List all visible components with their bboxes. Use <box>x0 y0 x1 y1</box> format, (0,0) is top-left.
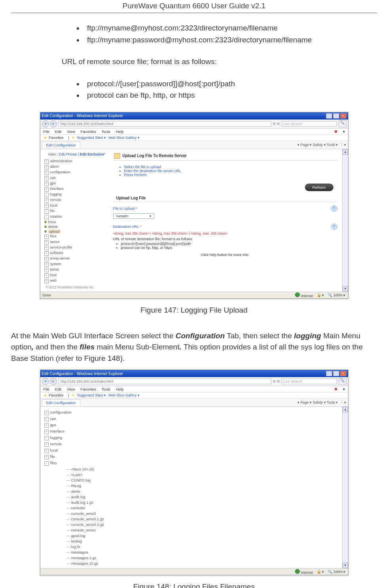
stop-icon[interactable]: ✕ <box>277 122 280 126</box>
menu-file-2[interactable]: File <box>44 387 49 391</box>
tree-node-cpe[interactable]: +cpe <box>44 415 123 422</box>
forward-button[interactable]: ► <box>50 120 57 127</box>
tree-node-sector[interactable]: +sector <box>44 239 111 245</box>
file-item[interactable]: — <Next 10> (9) <box>66 466 123 472</box>
file-item[interactable]: — alerts <box>66 488 123 494</box>
forward-button-2[interactable]: ► <box>50 378 57 385</box>
edit-private-link[interactable]: Edit Private | <box>59 152 79 156</box>
tree-node-delete[interactable]: delete <box>44 224 111 229</box>
tree-node-interface[interactable]: +interface <box>44 186 111 192</box>
menu-tools[interactable]: Tools <box>102 129 110 134</box>
file-item[interactable]: — consoler <box>66 505 123 510</box>
tree-node-file[interactable]: +file <box>44 453 123 460</box>
menu-favorites[interactable]: Favorites <box>81 129 96 134</box>
zoom-level[interactable]: 🔍 100% ▾ <box>328 293 345 297</box>
tree-node-service-profile[interactable]: +service-profile <box>44 245 111 250</box>
tree-node-gps[interactable]: +gps <box>44 422 123 428</box>
perform-button[interactable]: Perform <box>305 184 333 191</box>
tree-node-files[interactable]: +files <box>44 234 111 239</box>
tree-node-configuration[interactable]: +configuration <box>44 409 123 415</box>
file-item[interactable]: — console_wmx1 <box>66 527 123 533</box>
suggested-sites-link-2[interactable]: Suggested Sites ▾ <box>77 393 106 397</box>
file-item[interactable]: — console_wmx0 <box>66 510 123 516</box>
tree-node-snmp-server[interactable]: +snmp-server <box>44 256 111 262</box>
zoom-level-2[interactable]: 🔍 100% ▾ <box>328 570 345 574</box>
suggested-sites-link[interactable]: Suggested Sites ▾ <box>77 136 106 140</box>
tree-node-file[interactable]: -file <box>44 209 111 214</box>
address-bar-2[interactable]: http://192.168.200.104/index.html <box>59 379 271 384</box>
tree-node-force[interactable]: force <box>44 220 111 224</box>
tree-node-system[interactable]: +system <box>44 262 111 267</box>
file-item[interactable]: — <Last> <box>66 472 123 477</box>
page-toolbar-2[interactable]: ▾ Page ▾ Safety ▾ Tools ▾ ❔ ▾ <box>297 400 346 404</box>
tree-node-telnet[interactable]: +telnet <box>44 267 111 273</box>
file-item[interactable]: — console_wmx0.1.gz <box>66 516 123 522</box>
web-slice-link[interactable]: Web Slice Gallery ▾ <box>108 136 140 140</box>
menu-help-2[interactable]: Help <box>116 387 124 391</box>
tree-node-web[interactable]: +web <box>44 278 111 284</box>
file-item[interactable]: — gpsd.log <box>66 533 123 538</box>
file-item[interactable]: — lastlog <box>66 538 123 544</box>
tree-node-remote[interactable]: +remote <box>44 441 123 447</box>
file-item[interactable]: — CONFD.log <box>66 477 123 483</box>
close-button[interactable]: × <box>340 113 346 119</box>
tree-node-alarm[interactable]: +alarm <box>44 164 111 170</box>
tree-node-files[interactable]: -files <box>44 460 123 466</box>
minimize-button-2[interactable]: _ <box>326 371 332 376</box>
stop-icon-2[interactable]: ✕ <box>277 379 280 383</box>
file-item[interactable]: — audit.log <box>66 494 123 499</box>
refresh-icon[interactable]: ↻ <box>273 122 276 126</box>
star-icon[interactable]: ★ <box>44 136 47 140</box>
star-icon-2[interactable]: ★ <box>44 393 47 397</box>
web-slice-link-2[interactable]: Web Slice Gallery ▾ <box>108 393 140 397</box>
tree-node-logging[interactable]: -logging <box>44 434 123 441</box>
file-item[interactable]: — messages <box>66 549 123 555</box>
search-go-button-2[interactable]: 🔍 <box>339 378 346 385</box>
tree-node-time[interactable]: +time <box>44 273 111 278</box>
tree-node-local[interactable]: +local <box>44 447 123 453</box>
tree-node-software[interactable]: +software <box>44 250 111 256</box>
vertical-scrollbar-2[interactable]: ▴ ▾ <box>342 407 348 568</box>
edit-exclusive-link[interactable]: Edit Exclusive <box>80 152 104 156</box>
tree-node-configuration[interactable]: +configuration <box>44 170 111 175</box>
file-item[interactable]: — console_wmx0.2.gz <box>66 522 123 527</box>
file-select[interactable]: <unset>▾ <box>113 213 154 219</box>
browser-tab-2[interactable]: Edit Configuration <box>42 399 81 406</box>
refresh-icon-2[interactable]: ↻ <box>273 379 276 383</box>
favorites-label[interactable]: Favorites <box>49 136 64 140</box>
search-go-button[interactable]: 🔍 <box>339 120 346 127</box>
file-item[interactable]: — messages.10.gz <box>66 560 123 566</box>
maximize-button[interactable]: □ <box>333 113 339 119</box>
menu-tools-2[interactable]: Tools <box>102 387 110 391</box>
file-item[interactable]: — messages.1.gz <box>66 555 123 560</box>
menu-edit[interactable]: Edit <box>55 129 61 134</box>
tree-node-logging[interactable]: -logging <box>44 192 111 197</box>
search-box-2[interactable]: Live Search <box>282 379 337 384</box>
tree-node-rotation[interactable]: -rotation <box>44 214 111 220</box>
page-toolbar[interactable]: ▾ Page ▾ Safety ▾ Tools ▾ ❔ ▾ <box>297 143 346 147</box>
back-button[interactable]: ◄ <box>42 120 49 127</box>
tree-node-upload[interactable]: upload <box>44 229 111 234</box>
menu-favorites-2[interactable]: Favorites <box>81 387 96 391</box>
file-item[interactable]: — log.fs <box>66 544 123 549</box>
menu-file[interactable]: File <box>44 129 49 134</box>
help-icon-2[interactable]: ? <box>331 224 337 230</box>
help-icon[interactable]: ? <box>331 205 337 212</box>
search-box[interactable]: Live Search <box>282 121 337 127</box>
tree-node-administration[interactable]: +administration <box>44 159 111 164</box>
close-button-2[interactable]: × <box>340 371 346 376</box>
tree-node-gps[interactable]: +gps <box>44 181 111 186</box>
menu-view-2[interactable]: View <box>67 387 75 391</box>
menu-view[interactable]: View <box>67 129 75 134</box>
browser-tab[interactable]: Edit Configuration <box>42 142 81 148</box>
menu-edit-2[interactable]: Edit <box>55 387 61 391</box>
favorites-label-2[interactable]: Favorites <box>49 393 64 397</box>
tree-node-interface[interactable]: +interface <box>44 428 123 434</box>
file-item[interactable]: — audit.log.1.gz <box>66 499 123 505</box>
file-item[interactable]: — RtLog <box>66 483 123 488</box>
vertical-scrollbar[interactable]: ▴ ▾ <box>342 149 348 292</box>
tree-node-cpe[interactable]: +cpe <box>44 175 111 181</box>
minimize-button[interactable]: _ <box>326 113 332 119</box>
maximize-button-2[interactable]: □ <box>333 371 339 376</box>
address-bar[interactable]: http://192.168.200.104/index.html <box>59 121 271 127</box>
